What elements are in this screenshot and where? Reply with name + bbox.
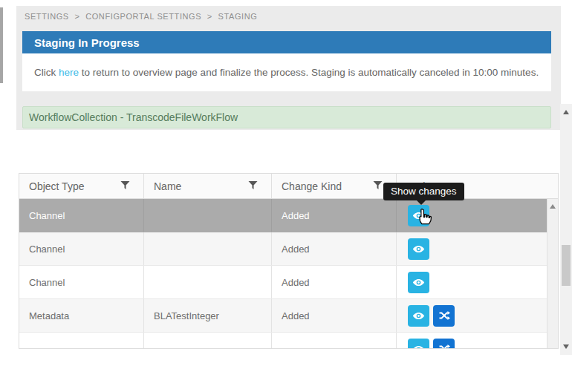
info-text-prefix: Click — [34, 67, 59, 78]
workflow-collection-banner: WorkflowCollection - TranscodeFileWorkFl… — [22, 106, 551, 128]
breadcrumb-settings[interactable]: SETTINGS — [25, 12, 69, 21]
cell-actions — [397, 266, 548, 298]
show-changes-button[interactable] — [408, 272, 429, 293]
eye-icon — [412, 310, 425, 322]
eye-icon — [412, 276, 425, 289]
cell-name — [144, 333, 272, 349]
tooltip-label: Show changes — [391, 186, 457, 197]
cell-change-kind — [272, 333, 397, 349]
cell-object-type: Channel — [19, 199, 144, 232]
info-text: Click here to return to overview page an… — [34, 67, 539, 78]
cell-name — [144, 232, 272, 265]
cell-actions — [397, 232, 548, 265]
cell-object-type: Channel — [19, 266, 144, 298]
column-header-name[interactable]: Name — [144, 174, 272, 198]
scroll-up-arrow-icon[interactable] — [563, 110, 569, 114]
cell-object-type: Channel — [19, 232, 144, 265]
breadcrumb-configportal-settings[interactable]: CONFIGPORTAL SETTINGS — [85, 12, 201, 21]
scroll-down-arrow-icon[interactable] — [563, 344, 569, 349]
table-row[interactable]: Channel Added — [19, 266, 548, 299]
show-changes-button[interactable] — [408, 339, 429, 350]
cell-change-kind: Added — [272, 199, 397, 232]
table-scrollbar[interactable] — [547, 199, 558, 348]
cell-actions — [397, 333, 548, 349]
column-header-object-type[interactable]: Object Type — [19, 174, 144, 198]
cell-name — [144, 199, 272, 232]
staging-info-message: Click here to return to overview page an… — [22, 53, 551, 91]
cell-object-type: Metadata — [19, 299, 144, 332]
column-header-label: Object Type — [29, 180, 84, 192]
table-row[interactable]: Metadata BLATestInteger Added — [19, 299, 548, 333]
cell-change-kind: Added — [272, 299, 397, 332]
merge-button[interactable] — [433, 339, 455, 350]
info-text-suffix: to return to overview page and finalize … — [79, 67, 539, 78]
cell-change-kind: Added — [272, 232, 397, 265]
shuffle-icon — [438, 343, 450, 349]
table-row[interactable] — [19, 333, 548, 349]
cell-name: BLATestInteger — [144, 299, 272, 332]
show-changes-button[interactable] — [408, 205, 429, 226]
scrollbar-thumb[interactable] — [562, 245, 571, 286]
tooltip-caret — [416, 200, 426, 205]
filter-icon[interactable] — [373, 180, 383, 190]
eye-icon — [412, 343, 425, 350]
page-scrollbar[interactable] — [560, 104, 572, 355]
column-header-label: Change Kind — [282, 180, 342, 192]
workflow-collection-label: WorkflowCollection - TranscodeFileWorkFl… — [29, 111, 238, 123]
table-header-row: Object Type Name Change Kind Actions — [19, 174, 558, 199]
column-header-change-kind[interactable]: Change Kind — [272, 174, 397, 198]
merge-button[interactable] — [433, 305, 455, 327]
breadcrumb: SETTINGS > CONFIGPORTAL SETTINGS > STAGI… — [25, 12, 257, 21]
shuffle-icon — [438, 310, 450, 321]
breadcrumb-separator: > — [74, 12, 79, 21]
breadcrumb-staging[interactable]: STAGING — [218, 12, 258, 21]
cell-object-type — [19, 333, 144, 349]
scroll-up-arrow-icon[interactable] — [550, 204, 556, 209]
staged-changes-table: Object Type Name Change Kind Actions Cha… — [19, 173, 559, 349]
eye-icon — [412, 243, 425, 255]
window-scrollbar-fragment — [0, 7, 3, 83]
cell-actions — [397, 299, 548, 332]
staging-panel: SETTINGS > CONFIGPORTAL SETTINGS > STAGI… — [16, 6, 561, 130]
table-body: Channel Added Channel Added Channel Adde… — [19, 199, 548, 349]
cell-change-kind: Added — [272, 266, 397, 298]
cell-name — [144, 266, 272, 298]
show-changes-button[interactable] — [408, 238, 429, 260]
filter-icon[interactable] — [248, 180, 258, 190]
table-row[interactable]: Channel Added — [19, 199, 548, 232]
eye-icon — [412, 209, 425, 222]
column-header-label: Name — [154, 180, 181, 192]
show-changes-tooltip: Show changes — [383, 183, 464, 200]
page-title: Staging In Progress — [22, 31, 551, 53]
breadcrumb-separator: > — [207, 12, 212, 21]
table-row[interactable]: Channel Added — [19, 232, 548, 266]
show-changes-button[interactable] — [408, 305, 429, 327]
filter-icon[interactable] — [120, 180, 130, 190]
page-title-label: Staging In Progress — [34, 36, 140, 49]
return-to-overview-link[interactable]: here — [59, 67, 79, 78]
